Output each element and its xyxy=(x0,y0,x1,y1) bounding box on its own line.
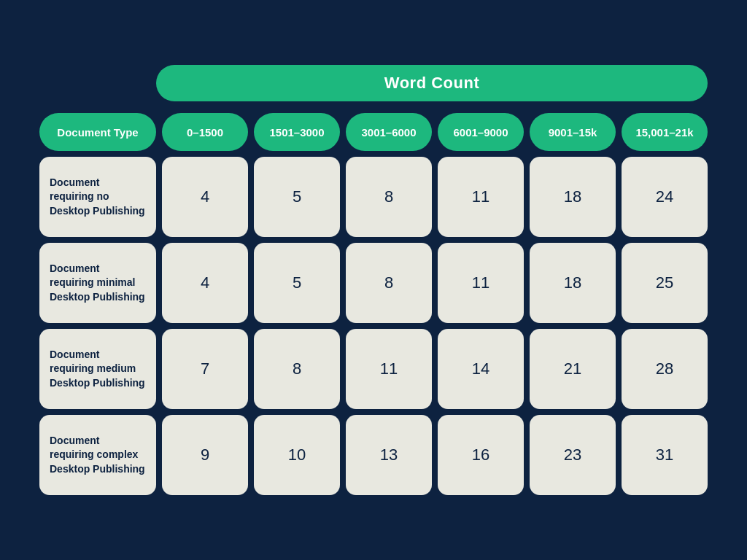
value-2-4: 21 xyxy=(564,359,581,378)
value-cell-0-0: 4 xyxy=(162,157,248,237)
col-header-9001-15k: 9001–15k xyxy=(530,113,616,151)
doc-type-label-0: Document requiring no Desktop Publishing xyxy=(50,176,146,219)
col-header-15001-21k: 15,001–21k xyxy=(622,113,708,151)
value-0-0: 4 xyxy=(201,187,209,206)
value-3-3: 16 xyxy=(472,446,489,464)
col-header-6001-9000: 6001–9000 xyxy=(438,113,524,151)
value-cell-0-3: 11 xyxy=(438,157,524,237)
col-range-label-1: 1501–3000 xyxy=(269,126,324,139)
value-0-1: 5 xyxy=(293,187,301,206)
col-range-label-3: 6001–9000 xyxy=(453,126,508,139)
pricing-grid: Document Type 0–1500 1501–3000 3001–6000… xyxy=(39,113,708,495)
value-cell-2-4: 21 xyxy=(530,329,616,409)
col-range-label-2: 3001–6000 xyxy=(361,126,416,139)
word-count-header: Word Count xyxy=(156,65,708,101)
value-3-5: 31 xyxy=(656,446,673,464)
value-cell-2-3: 14 xyxy=(438,329,524,409)
value-1-2: 8 xyxy=(384,273,393,292)
value-cell-1-3: 11 xyxy=(438,243,524,323)
value-3-1: 10 xyxy=(288,446,306,464)
value-1-0: 4 xyxy=(201,273,209,292)
value-cell-3-3: 16 xyxy=(438,415,524,495)
col-range-label-5: 15,001–21k xyxy=(635,126,693,139)
value-2-3: 14 xyxy=(472,359,489,378)
value-cell-2-5: 28 xyxy=(622,329,708,409)
col-header-0-1500: 0–1500 xyxy=(162,113,248,151)
value-0-4: 18 xyxy=(564,187,581,206)
doc-type-cell-3: Document requiring complex Desktop Publi… xyxy=(39,415,156,495)
value-2-1: 8 xyxy=(293,359,301,378)
value-0-3: 11 xyxy=(472,187,489,206)
value-cell-1-4: 18 xyxy=(530,243,616,323)
col-header-3001-6000: 3001–6000 xyxy=(346,113,432,151)
value-3-2: 13 xyxy=(380,446,398,464)
doc-type-cell-2: Document requiring medium Desktop Publis… xyxy=(39,329,156,409)
value-3-4: 23 xyxy=(564,446,581,464)
value-cell-3-2: 13 xyxy=(346,415,432,495)
value-1-1: 5 xyxy=(293,273,301,292)
value-cell-0-4: 18 xyxy=(530,157,616,237)
col-range-label-0: 0–1500 xyxy=(187,126,223,139)
doc-type-cell-0: Document requiring no Desktop Publishing xyxy=(39,157,156,237)
doc-type-label-3: Document requiring complex Desktop Publi… xyxy=(50,434,146,477)
value-cell-3-1: 10 xyxy=(254,415,340,495)
value-cell-1-2: 8 xyxy=(346,243,432,323)
value-cell-0-5: 24 xyxy=(622,157,708,237)
value-1-3: 11 xyxy=(472,273,489,292)
value-cell-3-5: 31 xyxy=(622,415,708,495)
value-cell-2-1: 8 xyxy=(254,329,340,409)
value-2-2: 11 xyxy=(380,359,398,378)
value-1-5: 25 xyxy=(656,273,673,292)
value-cell-0-2: 8 xyxy=(346,157,432,237)
value-cell-0-1: 5 xyxy=(254,157,340,237)
value-cell-2-0: 7 xyxy=(162,329,248,409)
col-header-1501-3000: 1501–3000 xyxy=(254,113,340,151)
col-range-label-4: 9001–15k xyxy=(549,126,597,139)
col-header-doc-type: Document Type xyxy=(39,113,156,151)
value-cell-2-2: 11 xyxy=(346,329,432,409)
value-1-4: 18 xyxy=(564,273,581,292)
doc-type-label-1: Document requiring minimal Desktop Publi… xyxy=(50,262,146,305)
doc-type-col-label: Document Type xyxy=(57,126,138,139)
doc-type-label-2: Document requiring medium Desktop Publis… xyxy=(50,348,146,391)
value-2-5: 28 xyxy=(656,359,673,378)
value-0-2: 8 xyxy=(384,187,393,206)
value-0-5: 24 xyxy=(656,187,673,206)
value-cell-1-1: 5 xyxy=(254,243,340,323)
doc-type-cell-1: Document requiring minimal Desktop Publi… xyxy=(39,243,156,323)
value-cell-3-4: 23 xyxy=(530,415,616,495)
word-count-label: Word Count xyxy=(384,74,479,92)
value-cell-1-5: 25 xyxy=(622,243,708,323)
value-3-0: 9 xyxy=(201,446,209,464)
value-cell-1-0: 4 xyxy=(162,243,248,323)
value-2-0: 7 xyxy=(201,359,209,378)
pricing-table: Word Count Document Type 0–1500 1501–300… xyxy=(16,47,731,513)
value-cell-3-0: 9 xyxy=(162,415,248,495)
